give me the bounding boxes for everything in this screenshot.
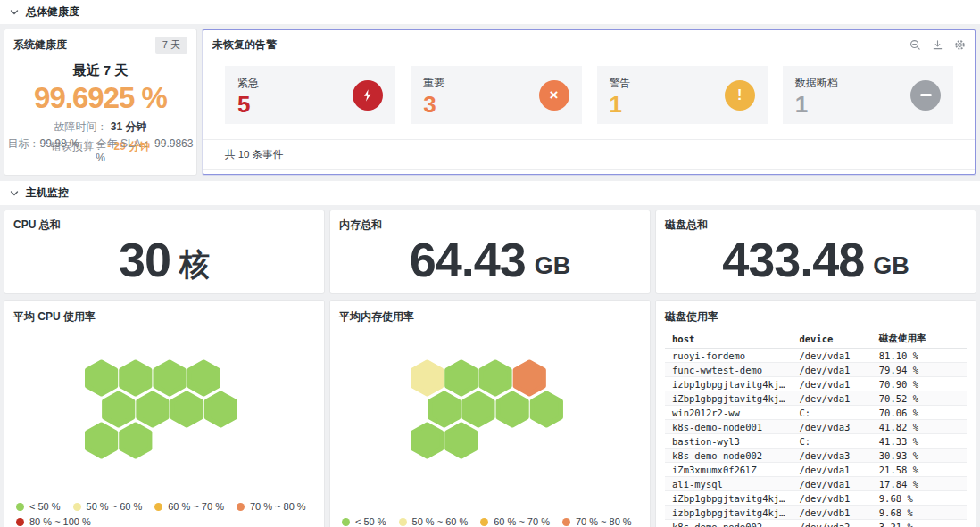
zoom-out-icon[interactable] (909, 39, 921, 51)
legend-item[interactable]: 70 % ~ 80 % (562, 516, 632, 527)
table-cell: /dev/vda1 (792, 349, 871, 363)
table-cell: win2012r2-ww (665, 406, 792, 420)
panel-title-alerts[interactable]: 未恢复的告警 (212, 37, 277, 53)
table-row: k8s-demo-node001/dev/vda341.82 % (665, 420, 967, 434)
table-cell: /dev/vda1 (792, 463, 871, 477)
legend-item[interactable]: 60 % ~ 70 % (480, 516, 550, 527)
alerts-event-count: 共 10 条事件 (203, 139, 975, 170)
table-cell: 9.68 % (872, 506, 967, 520)
legend-item[interactable]: 50 % ~ 60 % (73, 501, 143, 512)
legend-label: < 50 % (29, 501, 61, 512)
minus-icon (910, 80, 941, 111)
hex-cell (206, 393, 235, 425)
health-footer: 目标：99.98 %|全年 SLA： 99.9863 % (4, 136, 196, 164)
table-cell: /dev/vda1 (792, 391, 871, 406)
legend-label: < 50 % (355, 516, 386, 527)
legend-item[interactable]: 60 % ~ 70 % (154, 501, 224, 512)
alert-stat-box: 警告1! (597, 66, 768, 124)
legend-dot-icon (73, 503, 81, 511)
table-cell: C: (792, 406, 871, 420)
hex-cell (87, 362, 116, 394)
disk-table-header: hostdevice磁盘使用率 (665, 330, 967, 349)
cpu-hexbin-chart (4, 301, 324, 527)
table-cell: k8s-demo-node001 (665, 420, 792, 434)
chevron-down-icon (9, 188, 20, 199)
hex-cell (413, 424, 442, 457)
table-cell: 9.68 % (872, 491, 967, 506)
table-cell: 70.06 % (872, 406, 967, 420)
hex-cell (87, 424, 116, 457)
column-header[interactable]: 磁盘使用率 (872, 330, 967, 349)
health-period-label: 最近 7 天 (13, 62, 187, 79)
table-row: k8s-demo-node002/dev/vda23.21 % (665, 520, 967, 527)
table-cell: iZm3xmumx0f26lZ (665, 463, 792, 477)
hex-cell (155, 362, 184, 394)
hex-cell (447, 424, 476, 457)
panel-title-system-health[interactable]: 系统健康度 (13, 37, 67, 53)
hex-cell (532, 393, 561, 425)
hex-cell (138, 393, 167, 425)
downtime-value: 31 分钟 (111, 120, 147, 133)
panel-title-memory-total[interactable]: 内存总和 (339, 218, 641, 233)
table-cell: func-wwtest-demo (665, 363, 792, 377)
disk-usage-table: hostdevice磁盘使用率 ruoyi-fordemo/dev/vda181… (665, 330, 967, 527)
hex-cell (498, 393, 527, 425)
table-row: iZbp1gbpgjtavitg4kj…/dev/vda170.52 % (665, 391, 967, 406)
table-cell: 3.21 % (872, 520, 967, 527)
table-cell: /dev/vda3 (792, 420, 871, 434)
table-cell: /dev/vdb1 (792, 491, 871, 506)
panel-title-cpu-total[interactable]: CPU 总和 (13, 218, 315, 233)
chevron-down-icon (9, 7, 20, 18)
table-cell: k8s-demo-node002 (665, 520, 792, 527)
health-percentage-value: 99.6925 % (13, 81, 187, 115)
legend-item[interactable]: 70 % ~ 80 % (237, 501, 306, 512)
hex-cell (172, 393, 201, 425)
table-cell: /dev/vda3 (792, 449, 871, 463)
column-header[interactable]: device (792, 330, 871, 349)
legend-dot-icon (342, 518, 350, 526)
avg-cpu-usage-panel: 平均 CPU 使用率 < 50 %50 % ~ 60 %60 % ~ 70 %7… (4, 301, 324, 527)
table-cell: ruoyi-fordemo (665, 349, 792, 363)
disk-usage-panel: 磁盘使用率 hostdevice磁盘使用率 ruoyi-fordemo/dev/… (656, 301, 976, 527)
table-row: ruoyi-fordemo/dev/vda181.10 % (665, 349, 967, 363)
legend-item[interactable]: < 50 % (16, 501, 61, 512)
table-row: izbp1gbpgjtavitg4kj…/dev/vda170.90 % (665, 377, 967, 391)
legend-item[interactable]: 50 % ~ 60 % (399, 516, 469, 527)
legend-dot-icon (480, 518, 488, 526)
table-cell: 30.93 % (872, 449, 967, 463)
section-bar-overall-health[interactable]: 总体健康度 (0, 0, 980, 24)
memory-total-panel: 内存总和 64.43GB (330, 210, 650, 293)
download-icon[interactable] (932, 39, 943, 51)
column-header[interactable]: host (665, 330, 792, 349)
hex-cell (430, 393, 459, 425)
hex-cell (447, 362, 476, 394)
legend-dot-icon (237, 503, 245, 511)
divider: | (87, 137, 89, 150)
hex-cell (104, 393, 133, 425)
dashboard-page: 总体健康度 系统健康度 7 天 最近 7 天 99.6925 % 故障时间： 3… (0, 0, 980, 527)
legend-item[interactable]: < 50 % (342, 516, 386, 527)
panel-title-disk-total[interactable]: 磁盘总和 (665, 218, 967, 233)
hex-cell (121, 362, 150, 394)
system-health-panel: 系统健康度 7 天 最近 7 天 99.6925 % 故障时间： 31 分钟 错… (4, 29, 196, 175)
table-cell: iZbp1gbpgjtavitg4kj… (665, 391, 792, 406)
table-cell: 70.52 % (872, 391, 967, 406)
time-range-badge: 7 天 (155, 37, 187, 54)
table-cell: 81.10 % (872, 349, 967, 363)
legend-dot-icon (562, 518, 570, 526)
avg-memory-usage-panel: 平均内存使用率 < 50 %50 % ~ 60 %60 % ~ 70 %70 %… (330, 301, 650, 527)
legend-label: 50 % ~ 60 % (87, 501, 143, 512)
table-cell: ali-mysql (665, 477, 792, 491)
lightning-icon (353, 80, 383, 111)
legend-dot-icon (16, 503, 24, 511)
legend-item[interactable]: 80 % ~ 100 % (16, 516, 91, 527)
settings-gear-icon[interactable] (954, 39, 966, 51)
hex-cell (189, 362, 218, 394)
panel-title-disk-usage[interactable]: 磁盘使用率 (665, 310, 718, 323)
table-cell: C: (792, 434, 871, 449)
memory-total-value: 64.43GB (339, 233, 641, 286)
legend-label: 60 % ~ 70 % (494, 516, 550, 527)
section-bar-host-monitoring[interactable]: 主机监控 (0, 181, 980, 205)
cpu-total-panel: CPU 总和 30核 (4, 210, 324, 293)
hex-cell (464, 393, 493, 425)
